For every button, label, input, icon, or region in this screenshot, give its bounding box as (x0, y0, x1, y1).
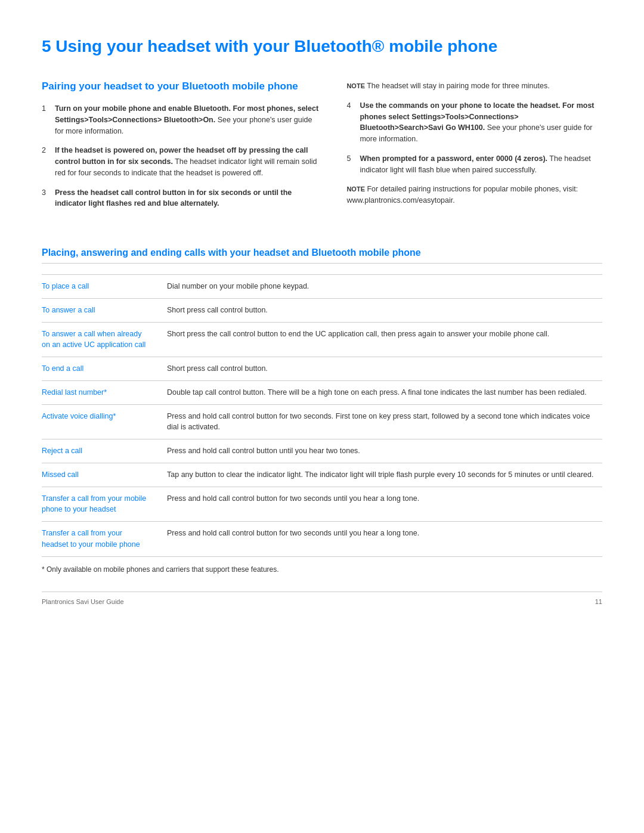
description-cell: Press and hold call control button until… (167, 439, 602, 463)
footer-right: 11 (595, 598, 602, 605)
description-cell: Double tap call control button. There wi… (167, 380, 602, 404)
table-row: Transfer a call from your mobile phone t… (42, 487, 602, 522)
description-cell: Press and hold call control button for t… (167, 522, 602, 557)
table-row: Reject a call Press and hold call contro… (42, 439, 602, 463)
description-cell: Short press call control button. (167, 357, 602, 381)
table-row: To place a call Dial number on your mobi… (42, 275, 602, 299)
pairing-step: 5When prompted for a password, enter 000… (346, 153, 602, 176)
section-divider (42, 263, 602, 264)
table-row: Missed call Tap any button to clear the … (42, 463, 602, 487)
description-cell: Press and hold call control button for t… (167, 404, 602, 439)
note-1: NOTE The headset will stay in pairing mo… (346, 80, 602, 92)
action-cell: Activate voice dialling* (42, 404, 167, 439)
description-cell: Dial number on your mobile phone keypad. (167, 275, 602, 299)
action-cell: Transfer a call from your headset to you… (42, 522, 167, 557)
table-row: Activate voice dialling* Press and hold … (42, 404, 602, 439)
pairing-steps-left: 1Turn on your mobile phone and enable Bl… (42, 103, 323, 209)
description-cell: Tap any button to clear the indicator li… (167, 463, 602, 487)
footnote: * Only available on mobile phones and ca… (42, 565, 602, 574)
description-cell: Press and hold call control button for t… (167, 487, 602, 522)
action-cell: To answer a call (42, 298, 167, 322)
action-cell: To answer a call when already on an acti… (42, 322, 167, 357)
action-cell: Transfer a call from your mobile phone t… (42, 487, 167, 522)
pairing-steps-right: 4Use the commands on your phone to locat… (346, 100, 602, 176)
action-cell: To end a call (42, 357, 167, 381)
pairing-right-col: NOTE The headset will stay in pairing mo… (346, 80, 602, 218)
description-cell: Short press call control button. (167, 298, 602, 322)
page-footer: Plantronics Savi User Guide 11 (42, 592, 602, 605)
pairing-step: 1Turn on your mobile phone and enable Bl… (42, 103, 323, 137)
table-row: To end a call Short press call control b… (42, 357, 602, 381)
action-cell: Reject a call (42, 439, 167, 463)
pairing-step: 2If the headset is powered on, power the… (42, 145, 323, 178)
pairing-step: 3Press the headset call control button i… (42, 187, 323, 210)
note-2: NOTE For detailed pairing instructions f… (346, 184, 602, 206)
action-cell: Missed call (42, 463, 167, 487)
pairing-step: 4Use the commands on your phone to locat… (346, 100, 602, 145)
table-row: To answer a call when already on an acti… (42, 322, 602, 357)
action-cell: To place a call (42, 275, 167, 299)
calls-heading: Placing, answering and ending calls with… (42, 247, 602, 263)
table-row: Transfer a call from your headset to you… (42, 522, 602, 557)
footer-left: Plantronics Savi User Guide (42, 598, 124, 605)
pairing-left-col: Pairing your headset to your Bluetooth m… (42, 80, 323, 218)
pairing-heading: Pairing your headset to your Bluetooth m… (42, 80, 323, 92)
table-row: To answer a call Short press call contro… (42, 298, 602, 322)
calls-table: To place a call Dial number on your mobi… (42, 274, 602, 557)
page-title: 5 Using your headset with your Bluetooth… (42, 36, 602, 57)
action-cell: Redial last number* (42, 380, 167, 404)
table-row: Redial last number* Double tap call cont… (42, 380, 602, 404)
description-cell: Short press the call control button to e… (167, 322, 602, 357)
